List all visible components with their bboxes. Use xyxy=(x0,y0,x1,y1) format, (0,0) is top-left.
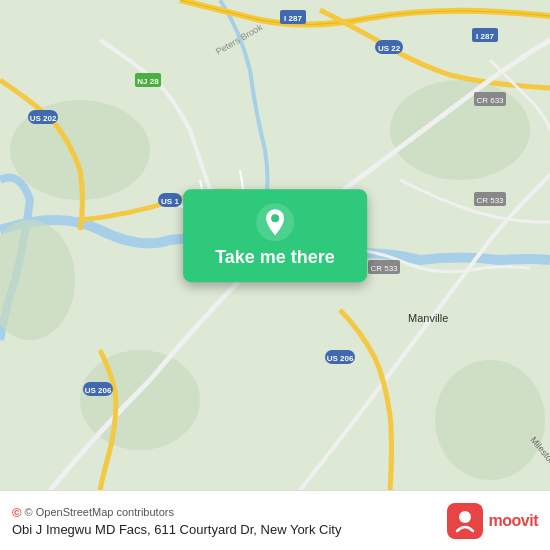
svg-point-6 xyxy=(435,360,545,480)
svg-text:NJ 28: NJ 28 xyxy=(137,77,159,86)
location-text: Obi J Imegwu MD Facs, 611 Courtyard Dr, … xyxy=(12,522,341,537)
svg-text:I 287: I 287 xyxy=(284,14,302,23)
svg-text:CR 633: CR 633 xyxy=(476,96,504,105)
svg-point-34 xyxy=(459,511,471,523)
svg-text:CR 533: CR 533 xyxy=(370,264,398,273)
openstreetmap-icon: © xyxy=(12,505,22,520)
moovit-brand-icon xyxy=(447,503,483,539)
svg-text:Manville: Manville xyxy=(408,312,448,324)
svg-text:I 287: I 287 xyxy=(476,32,494,41)
svg-text:US 22: US 22 xyxy=(378,44,401,53)
svg-text:US 202: US 202 xyxy=(30,114,57,123)
svg-text:US 1: US 1 xyxy=(161,197,179,206)
moovit-logo[interactable]: moovit xyxy=(447,503,538,539)
map-container: Peters Brook xyxy=(0,0,550,490)
svg-text:CR 533: CR 533 xyxy=(476,196,504,205)
take-me-there-button[interactable]: Take me there xyxy=(183,189,367,282)
svg-point-32 xyxy=(271,214,279,222)
osm-credit: © © OpenStreetMap contributors xyxy=(12,505,341,520)
svg-point-4 xyxy=(390,80,530,180)
cta-button-wrapper: Take me there xyxy=(183,189,367,282)
cta-label: Take me there xyxy=(215,247,335,268)
svg-text:US 206: US 206 xyxy=(327,354,354,363)
moovit-text: moovit xyxy=(489,512,538,530)
bottom-left: © © OpenStreetMap contributors Obi J Ime… xyxy=(12,505,341,537)
bottom-bar: © © OpenStreetMap contributors Obi J Ime… xyxy=(0,490,550,550)
svg-text:US 206: US 206 xyxy=(85,386,112,395)
osm-credit-text: © OpenStreetMap contributors xyxy=(25,506,174,518)
location-pin-icon xyxy=(256,203,294,241)
